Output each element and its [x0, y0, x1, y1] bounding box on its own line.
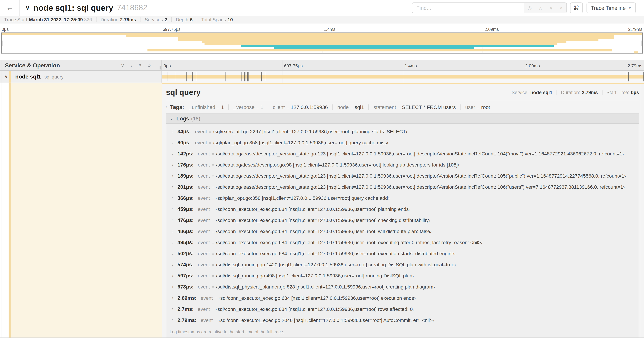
log-row[interactable]: ›34μs:event=‹sql/exec_util.go:2297 [nsql…: [166, 126, 639, 137]
minimap-span-bar: [1, 33, 643, 35]
log-row[interactable]: ›142μs:event=‹sql/catalog/lease/descript…: [166, 148, 639, 159]
match-highlight-icon[interactable]: ◎: [527, 5, 532, 10]
view-select-button[interactable]: Trace Timeline∨: [586, 3, 636, 13]
chevron-down-icon: ∨: [170, 116, 173, 121]
log-marker-tick[interactable]: [196, 72, 197, 82]
log-marker-tick[interactable]: [225, 72, 226, 82]
log-marker-tick[interactable]: [194, 72, 195, 82]
log-field-equals: =: [212, 229, 214, 234]
log-marker-tick[interactable]: [261, 72, 262, 82]
log-row[interactable]: ›597μs:event=‹sql/distsql_running.go:498…: [166, 270, 639, 281]
logs-label: Logs: [176, 116, 189, 122]
tag-equals: =: [217, 105, 220, 110]
divider: [460, 105, 461, 110]
log-row[interactable]: ›678μs:event=‹sql/distsql_physical_plann…: [166, 281, 639, 292]
log-timestamp: 486μs:: [178, 228, 194, 234]
log-row[interactable]: ›189μs:event=‹sql/catalog/lease/descript…: [166, 170, 639, 181]
clear-find-icon[interactable]: ×: [560, 5, 563, 10]
divider: [556, 90, 557, 95]
collapse-all-icon[interactable]: »: [138, 64, 143, 67]
log-row[interactable]: ›2.79ms:event=‹sql/conn_executor_exec.go…: [166, 314, 639, 325]
span-row[interactable]: ∨ node sql1 sql query: [0, 71, 644, 83]
minimap-scrubber-right[interactable]: [642, 33, 643, 54]
span-color-guide: [9, 71, 11, 83]
log-row[interactable]: ›476μs:event=‹sql/conn_executor_exec.go:…: [166, 214, 639, 226]
logs-footnote: Log timestamps are relative to the start…: [166, 325, 639, 338]
summary-value: 10: [228, 17, 233, 22]
scrubber-grip[interactable]: [1, 40, 2, 47]
log-marker-tick[interactable]: [279, 72, 280, 82]
log-row[interactable]: ›366μs:event=‹sql/plan_opt.go:358 [nsql1…: [166, 192, 639, 203]
log-row[interactable]: ›495μs:event=‹sql/conn_executor_exec.go:…: [166, 237, 639, 248]
keyboard-shortcuts-button[interactable]: ⌘: [570, 3, 583, 13]
collapse-one-icon[interactable]: ∨: [121, 63, 125, 68]
log-field-key: event: [198, 195, 210, 201]
expand-one-icon[interactable]: ›: [131, 63, 132, 68]
next-result-icon[interactable]: ∨: [549, 5, 553, 10]
minimap-scrubber-left[interactable]: [1, 33, 2, 54]
log-field-value: ‹sql/distsql_physical_planner.go:828 [ns…: [216, 284, 435, 289]
log-row[interactable]: ›2.69ms:event=‹sql/conn_executor_exec.go…: [166, 292, 639, 303]
back-button[interactable]: ←: [0, 0, 20, 16]
collapse-trace-chevron-icon[interactable]: ∨: [26, 5, 30, 11]
log-field-equals: =: [212, 195, 214, 200]
log-marker-tick[interactable]: [627, 72, 627, 82]
log-field-value: ‹sql/plan_opt.go:358 [nsql1,client=127.0…: [213, 140, 388, 145]
log-row[interactable]: ›502μs:event=‹sql/conn_executor_exec.go:…: [166, 248, 639, 259]
chevron-right-icon: ›: [172, 318, 178, 322]
log-row[interactable]: ›486μs:event=‹sql/conn_executor_exec.go:…: [166, 226, 639, 237]
prev-result-icon[interactable]: ∧: [539, 5, 542, 10]
logs-header[interactable]: ∨ Logs (18): [166, 114, 639, 124]
log-row[interactable]: ›459μs:event=‹sql/conn_executor_exec.go:…: [166, 203, 639, 214]
logs-count: (18): [191, 116, 200, 121]
log-marker-tick[interactable]: [186, 72, 187, 82]
tag-key: statement: [374, 104, 396, 110]
page-title: node sql1: sql query: [34, 3, 113, 13]
log-field-equals: =: [212, 173, 214, 178]
span-duration-bar[interactable]: [162, 75, 644, 79]
span-name-cell[interactable]: ∨ node sql1 sql query: [0, 71, 162, 83]
log-marker-tick[interactable]: [192, 72, 192, 82]
log-row[interactable]: ›80μs:event=‹sql/plan_opt.go:358 [nsql1,…: [166, 137, 639, 148]
find-input[interactable]: [412, 3, 524, 13]
log-marker-tick[interactable]: [176, 72, 176, 82]
log-marker-tick[interactable]: [244, 72, 244, 82]
log-marker-tick[interactable]: [248, 72, 249, 82]
log-marker-tick[interactable]: [246, 72, 246, 82]
log-marker-tick[interactable]: [241, 72, 242, 82]
divider: [368, 105, 369, 110]
summary-item: Services2: [145, 17, 167, 22]
log-row[interactable]: ›201μs:event=‹sql/catalog/lease/descript…: [166, 181, 639, 192]
log-marker-tick[interactable]: [628, 72, 629, 82]
chevron-right-icon: ›: [172, 129, 178, 134]
minimap-span-bar: [178, 39, 598, 41]
log-timestamp: 678μs:: [178, 284, 194, 289]
log-timestamp: 2.69ms:: [178, 295, 196, 301]
expand-all-icon[interactable]: »: [148, 63, 151, 68]
chevron-right-icon: ›: [172, 251, 178, 256]
axis-gridline: [282, 60, 283, 70]
log-row[interactable]: ›574μs:event=‹sql/distsql_running.go:142…: [166, 259, 639, 270]
span-collapse-chevron-icon[interactable]: ∨: [4, 74, 8, 79]
right-scroll-track[interactable]: [640, 84, 640, 337]
log-row[interactable]: ›176μs:event=‹sql/catalog/descs/descript…: [166, 159, 639, 170]
tags-accordion[interactable]: ›Tags:_unfinished=1_verbose=1client=127.…: [166, 104, 639, 110]
column-resize-grip[interactable]: [159, 66, 160, 70]
minimap-tick-label: 1.4ms: [324, 27, 335, 32]
left-scroll-track[interactable]: [2, 60, 2, 338]
tag-key: _verbose: [234, 104, 255, 110]
divider: [171, 17, 172, 22]
log-row[interactable]: ›2.7ms:event=‹sql/conn_executor_exec.go:…: [166, 303, 639, 314]
divider: [96, 17, 96, 22]
span-bar-cell[interactable]: [162, 71, 644, 83]
span-color-guide: [9, 83, 11, 338]
minimap-canvas[interactable]: [1, 33, 643, 54]
tag-equals: =: [477, 105, 480, 110]
log-marker-tick[interactable]: [265, 72, 266, 82]
log-timestamp: 80μs:: [178, 140, 191, 145]
scrubber-grip[interactable]: [642, 40, 643, 47]
log-marker-tick[interactable]: [247, 72, 248, 82]
log-marker-tick[interactable]: [168, 72, 168, 82]
log-field-key: event: [198, 228, 210, 234]
log-marker-tick[interactable]: [643, 72, 643, 82]
